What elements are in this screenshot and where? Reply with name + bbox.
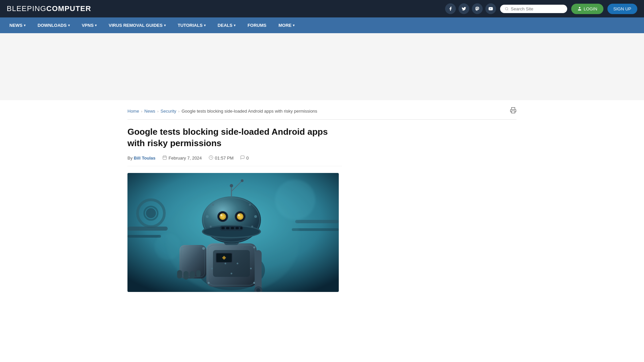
- chevron-down-icon: ▾: [234, 23, 235, 27]
- svg-point-57: [220, 214, 222, 216]
- chevron-down-icon: ▾: [293, 23, 294, 27]
- svg-line-2: [507, 9, 508, 10]
- mastodon-icon[interactable]: [472, 3, 483, 14]
- chevron-down-icon: ▾: [204, 23, 206, 27]
- article-hero-image: [127, 173, 339, 292]
- svg-point-34: [237, 262, 238, 264]
- chevron-down-icon: ▾: [95, 23, 97, 27]
- search-input[interactable]: [511, 6, 562, 11]
- svg-rect-74: [221, 227, 225, 229]
- nav-item-deals[interactable]: DEALS ▾: [212, 17, 241, 33]
- article-date: February 7, 2024: [162, 155, 202, 161]
- twitter-icon[interactable]: [459, 3, 469, 14]
- svg-rect-41: [196, 270, 201, 277]
- author-link[interactable]: Bill Toulas: [134, 156, 156, 161]
- svg-point-64: [230, 184, 233, 187]
- comment-icon: [240, 155, 245, 161]
- breadcrumb-sep-2: ›: [157, 109, 159, 113]
- article-layout: Google tests blocking side-loaded Androi…: [127, 126, 517, 292]
- breadcrumb: Home › News › Security › Google tests bl…: [127, 107, 517, 120]
- nav-item-more[interactable]: MORE ▾: [272, 17, 301, 33]
- svg-point-33: [231, 273, 232, 274]
- svg-rect-13: [146, 208, 156, 218]
- article-sidebar: [352, 126, 453, 292]
- user-icon: [577, 6, 582, 11]
- svg-rect-77: [235, 227, 239, 229]
- svg-point-28: [253, 246, 255, 248]
- svg-point-68: [254, 215, 257, 218]
- chevron-down-icon: ▾: [24, 23, 25, 27]
- chevron-down-icon: ▾: [68, 23, 70, 27]
- svg-point-79: [275, 180, 315, 220]
- nav-item-forums[interactable]: FORUMS: [241, 17, 272, 33]
- signup-button[interactable]: SIGN UP: [607, 4, 637, 14]
- svg-point-3: [579, 7, 581, 9]
- author-label: By Bill Toulas: [127, 156, 156, 161]
- site-header: BLEEPINGCOMPUTER LOGIN SIGN UP: [0, 0, 644, 17]
- social-icons: [445, 3, 496, 14]
- nav-item-news[interactable]: NEWS ▾: [3, 17, 32, 33]
- svg-rect-75: [226, 227, 229, 229]
- facebook-icon[interactable]: [445, 3, 456, 14]
- svg-point-80: [154, 233, 181, 260]
- article-title: Google tests blocking side-loaded Androi…: [127, 126, 342, 149]
- youtube-icon[interactable]: [485, 3, 496, 14]
- nav-item-downloads[interactable]: DOWNLOADS ▾: [32, 17, 76, 33]
- svg-point-32: [250, 267, 252, 269]
- calendar-icon: [162, 155, 167, 161]
- header-right: LOGIN SIGN UP: [445, 3, 637, 14]
- article-time: 01:57 PM: [209, 155, 234, 161]
- breadcrumb-news[interactable]: News: [144, 109, 155, 114]
- search-icon: [505, 7, 509, 11]
- print-icon[interactable]: [510, 108, 517, 115]
- svg-point-27: [208, 246, 210, 248]
- site-logo[interactable]: BLEEPINGCOMPUTER: [7, 4, 91, 13]
- svg-rect-15: [127, 235, 161, 238]
- article-comments[interactable]: 0: [240, 155, 249, 161]
- svg-point-71: [210, 226, 212, 228]
- svg-rect-78: [240, 227, 243, 229]
- svg-point-31: [211, 267, 213, 269]
- breadcrumb-home[interactable]: Home: [127, 109, 139, 114]
- svg-point-67: [206, 215, 209, 218]
- breadcrumb-sep-1: ›: [141, 109, 143, 113]
- svg-rect-44: [255, 250, 262, 290]
- svg-point-29: [208, 282, 210, 284]
- svg-point-62: [238, 214, 240, 216]
- advertisement-banner: [0, 33, 644, 100]
- svg-point-70: [249, 204, 251, 206]
- chevron-down-icon: ▾: [164, 23, 166, 27]
- search-bar: [500, 5, 567, 13]
- main-nav: NEWS ▾ DOWNLOADS ▾ VPNS ▾ VIRUS REMOVAL …: [0, 17, 644, 33]
- article-main: Google tests blocking side-loaded Androi…: [127, 126, 342, 292]
- logo-bold: COMPUTER: [46, 4, 91, 13]
- clock-icon: [209, 155, 213, 161]
- breadcrumb-sep-3: ›: [178, 109, 180, 113]
- svg-point-66: [241, 179, 244, 182]
- svg-rect-76: [231, 227, 234, 229]
- main-container: Home › News › Security › Google tests bl…: [121, 100, 523, 292]
- svg-rect-5: [163, 156, 166, 160]
- svg-rect-16: [295, 220, 339, 223]
- article-meta: By Bill Toulas February 7, 2024 01:57 PM: [127, 155, 342, 166]
- svg-point-35: [225, 262, 226, 264]
- nav-item-vpns[interactable]: VPNS ▾: [76, 17, 103, 33]
- breadcrumb-current: Google tests blocking side-loaded Androi…: [181, 109, 317, 114]
- svg-rect-14: [127, 227, 168, 231]
- svg-point-43: [202, 247, 205, 250]
- robot-illustration: [127, 173, 339, 292]
- nav-item-tutorials[interactable]: TUTORIALS ▾: [172, 17, 212, 33]
- logo-light: BLEEPING: [7, 4, 46, 13]
- svg-rect-40: [190, 271, 195, 279]
- login-button[interactable]: LOGIN: [571, 4, 603, 14]
- nav-item-virus-removal[interactable]: VIRUS REMOVAL GUIDES ▾: [103, 17, 172, 33]
- breadcrumb-actions: [510, 107, 517, 115]
- svg-point-1: [505, 7, 508, 10]
- svg-point-69: [212, 204, 214, 206]
- breadcrumb-security[interactable]: Security: [161, 109, 176, 114]
- svg-rect-39: [183, 271, 189, 280]
- svg-rect-38: [177, 270, 182, 279]
- svg-rect-4: [512, 111, 515, 113]
- svg-point-72: [251, 226, 253, 228]
- svg-point-42: [181, 247, 183, 250]
